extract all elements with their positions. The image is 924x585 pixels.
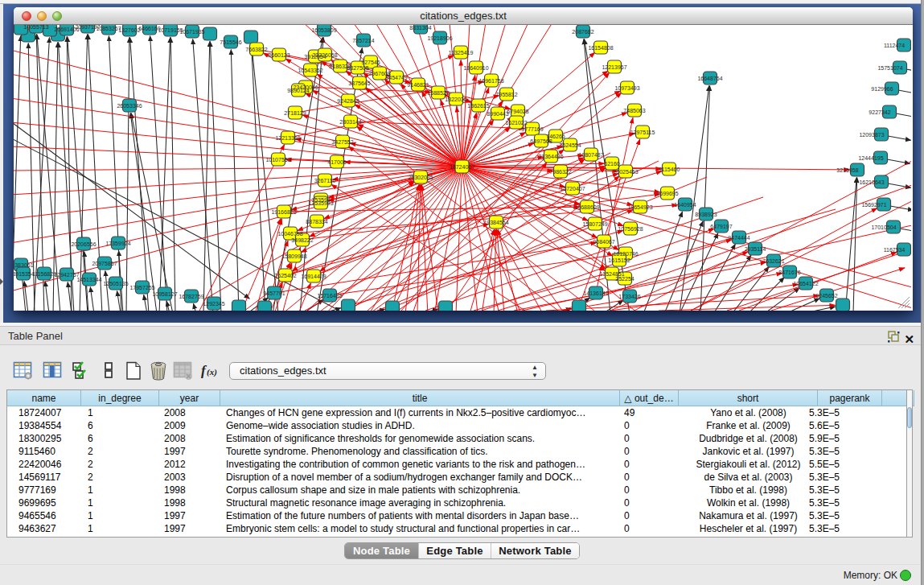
svg-text:12942757: 12942757 — [54, 272, 79, 278]
svg-text:10025453: 10025453 — [613, 169, 638, 175]
svg-text:1322035: 1322035 — [445, 97, 466, 102]
svg-text:9242848: 9242848 — [337, 98, 359, 104]
svg-text:252254: 252254 — [615, 276, 634, 282]
svg-text:8938923: 8938923 — [695, 212, 717, 217]
svg-text:11156829: 11156829 — [32, 271, 56, 277]
svg-text:7663822: 7663822 — [245, 47, 267, 52]
svg-text:14136141: 14136141 — [583, 290, 608, 296]
svg-text:7986322: 7986322 — [549, 169, 571, 175]
svg-text:16961758: 16961758 — [478, 78, 503, 84]
svg-text:12975115: 12975115 — [630, 130, 655, 135]
svg-text:21364436: 21364436 — [538, 154, 563, 159]
svg-text:1292345: 1292345 — [203, 301, 224, 307]
svg-text:17010504: 17010504 — [871, 225, 896, 230]
svg-text:1733426: 1733426 — [618, 294, 640, 299]
svg-text:16210643: 16210643 — [859, 179, 884, 185]
svg-text:16648764: 16648764 — [697, 76, 722, 81]
svg-text:7625402: 7625402 — [274, 273, 296, 278]
svg-text:3427552: 3427552 — [331, 139, 353, 145]
svg-text:8990443: 8990443 — [487, 111, 508, 117]
svg-text:2935114: 2935114 — [745, 246, 766, 252]
svg-text:62160: 62160 — [604, 161, 620, 167]
svg-text:927546: 927546 — [361, 60, 380, 65]
svg-text:9084067: 9084067 — [593, 239, 614, 245]
svg-text:9227342: 9227342 — [869, 109, 890, 115]
svg-text:9777169: 9777169 — [521, 126, 543, 132]
svg-text:17359924: 17359924 — [105, 241, 130, 246]
svg-text:19654923: 19654923 — [627, 204, 652, 210]
svg-text:8831304: 8831304 — [409, 25, 431, 31]
svg-text:14513344: 14513344 — [76, 277, 101, 282]
svg-text:18640910: 18640910 — [463, 65, 488, 71]
svg-text:15809948: 15809948 — [281, 253, 306, 259]
svg-text:15751074: 15751074 — [877, 65, 902, 71]
svg-text:15692971: 15692971 — [861, 202, 886, 208]
svg-text:10543362: 10543362 — [298, 68, 322, 73]
svg-text:18724007: 18724007 — [450, 164, 474, 170]
svg-text:15720407: 15720407 — [560, 186, 585, 192]
svg-text:12213967: 12213967 — [602, 64, 626, 70]
svg-text:7955812: 7955812 — [495, 92, 517, 97]
svg-text:23226058: 23226058 — [312, 52, 337, 58]
svg-text:7515546: 7515546 — [220, 39, 241, 45]
svg-text:6497568: 6497568 — [530, 138, 552, 144]
svg-text:1167534: 1167534 — [884, 247, 906, 253]
svg-text:8660123: 8660123 — [268, 52, 290, 58]
svg-text:9457791: 9457791 — [263, 290, 285, 296]
svg-text:16053809: 16053809 — [311, 27, 336, 33]
svg-text:9890124: 9890124 — [287, 88, 309, 93]
svg-text:10756928: 10756928 — [618, 226, 643, 232]
svg-text:3624554: 3624554 — [559, 142, 581, 148]
svg-text:417006: 417006 — [327, 159, 346, 165]
svg-text:25302035: 25302035 — [408, 175, 433, 180]
svg-text:8454749: 8454749 — [385, 75, 407, 80]
svg-text:2803144: 2803144 — [339, 119, 361, 125]
svg-text:19218906: 19218906 — [427, 35, 452, 41]
svg-text:16782759: 16782759 — [179, 294, 203, 299]
svg-text:9245652: 9245652 — [815, 293, 837, 299]
svg-text:(x): (x) — [207, 367, 217, 377]
svg-text:19166825: 19166825 — [271, 209, 296, 215]
svg-text:3498222: 3498222 — [291, 237, 313, 243]
svg-text:10853267: 10853267 — [96, 26, 121, 31]
svg-text:9115460: 9115460 — [659, 167, 680, 172]
svg-text:16154808: 16154808 — [588, 45, 613, 51]
svg-text:1327602: 1327602 — [118, 27, 140, 33]
svg-text:2718129: 2718129 — [284, 110, 306, 116]
svg-text:3267110: 3267110 — [314, 178, 336, 183]
svg-text:3875645: 3875645 — [348, 80, 370, 86]
svg-text:10973493: 10973493 — [614, 85, 639, 91]
svg-text:2087682: 2087682 — [572, 29, 593, 35]
svg-text:1588520: 1588520 — [427, 90, 449, 96]
svg-text:9699695: 9699695 — [656, 191, 678, 196]
svg-text:6479197: 6479197 — [710, 224, 732, 229]
svg-text:11325419: 11325419 — [449, 50, 474, 56]
svg-text:19384554: 19384554 — [483, 220, 508, 225]
svg-text:20206556: 20206556 — [71, 241, 96, 247]
svg-text:7857214: 7857214 — [352, 38, 374, 43]
svg-text:16120746: 16120746 — [613, 251, 638, 257]
svg-text:10688609: 10688609 — [574, 204, 599, 210]
svg-text:9146821: 9146821 — [407, 82, 429, 88]
svg-text:1615152: 1615152 — [608, 257, 630, 263]
svg-text:12505135: 12505135 — [103, 281, 128, 286]
svg-text:21383061: 21383061 — [14, 262, 34, 268]
svg-text:15716485: 15716485 — [317, 293, 342, 299]
svg-text:10807487: 10807487 — [578, 152, 603, 158]
svg-text:14055713: 14055713 — [23, 25, 48, 30]
svg-text:15807249: 15807249 — [582, 221, 607, 227]
svg-text:12093873: 12093873 — [859, 132, 884, 138]
svg-text:17957255: 17957255 — [129, 285, 154, 290]
svg-text:20975867: 20975867 — [92, 261, 117, 266]
svg-text:10107553: 10107553 — [265, 157, 290, 163]
svg-text:13535993: 13535993 — [308, 200, 333, 206]
svg-text:3215958: 3215958 — [836, 167, 858, 173]
svg-text:12444195: 12444195 — [858, 155, 883, 161]
svg-text:7485063: 7485063 — [623, 108, 645, 113]
svg-text:10046798: 10046798 — [277, 231, 302, 237]
svg-text:1362615: 1362615 — [467, 103, 489, 109]
svg-text:16914479: 16914479 — [301, 274, 326, 279]
svg-text:3915354: 3915354 — [14, 271, 35, 277]
svg-text:1112474: 1112474 — [884, 43, 905, 48]
svg-text:12213369: 12213369 — [275, 135, 300, 141]
